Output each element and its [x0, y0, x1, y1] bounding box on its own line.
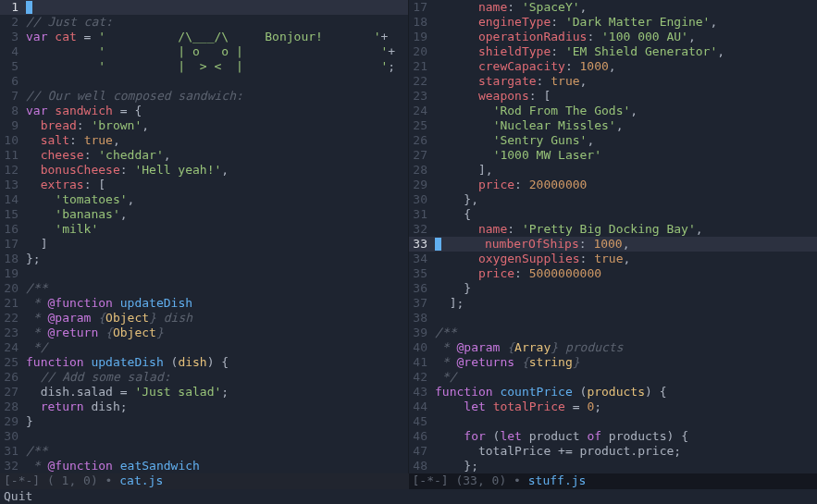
code-line[interactable]: 27 '1000 MW Laser' [409, 148, 817, 163]
code-content[interactable]: price: 5000000000 [435, 266, 601, 280]
code-content[interactable]: } [435, 281, 471, 295]
code-line[interactable]: 6 [0, 74, 408, 89]
code-line[interactable]: 26 'Sentry Guns', [409, 133, 817, 148]
code-content[interactable]: */ [435, 370, 456, 384]
code-content[interactable]: function countPrice (products) { [435, 385, 667, 399]
code-content[interactable]: ] [26, 237, 47, 251]
code-line[interactable]: 20/** [0, 281, 408, 296]
code-line[interactable]: 23 * @return {Object} [0, 326, 408, 340]
code-line[interactable]: 19 [0, 266, 408, 281]
code-line[interactable]: 47 totalPrice += product.price; [409, 444, 817, 459]
code-line[interactable]: 22 stargate: true, [409, 74, 817, 89]
code-content[interactable]: 'Nuclear Missles', [435, 118, 624, 132]
code-content[interactable]: * @param {Object} dish [26, 311, 192, 325]
code-content[interactable]: } [26, 414, 33, 428]
code-content[interactable]: bread: 'brown', [26, 118, 149, 132]
code-content[interactable]: 'Rod From The Gods', [435, 104, 638, 117]
code-line[interactable]: 13 extras: [ [0, 178, 408, 192]
code-line[interactable]: 34 oxygenSupplies: true, [409, 252, 817, 266]
code-line[interactable]: 4 ' | o o | '+ [0, 44, 408, 59]
code-line[interactable]: 12 bonusCheese: 'Hell yeah!', [0, 163, 408, 178]
code-line[interactable]: 46 for (let product of products) { [409, 429, 817, 444]
code-line[interactable]: 32 * @function eatSandwich [0, 459, 408, 473]
code-content[interactable]: /** [26, 281, 47, 295]
code-line[interactable]: 21 * @function updateDish [0, 296, 408, 311]
code-line[interactable]: 31/** [0, 444, 408, 459]
code-line[interactable]: 20 shieldType: 'EM Shield Generator', [409, 44, 817, 59]
code-line[interactable]: 17 name: 'SpaceY', [409, 0, 817, 15]
code-line[interactable]: 10 salt: true, [0, 133, 408, 148]
code-line[interactable]: 16 'milk' [0, 222, 408, 237]
code-line[interactable]: 29 price: 20000000 [409, 178, 817, 192]
code-line[interactable]: 2// Just cat: [0, 15, 408, 30]
code-content[interactable]: crewCapacity: 1000, [435, 59, 616, 73]
code-line[interactable]: 7// Our well composed sandwich: [0, 89, 408, 104]
code-line[interactable]: 24 */ [0, 340, 408, 355]
code-content[interactable]: ]; [435, 296, 464, 310]
code-content[interactable]: dish.salad = 'Just salad'; [26, 385, 229, 399]
code-content[interactable]: name: 'SpaceY', [435, 0, 587, 14]
code-content[interactable]: * @param {Array} products [435, 340, 624, 354]
code-line[interactable]: 45 [409, 414, 817, 429]
code-content[interactable]: totalPrice += product.price; [435, 444, 681, 458]
code-content[interactable]: for (let product of products) { [435, 429, 688, 443]
code-line[interactable]: 8var sandwich = { [0, 104, 408, 118]
code-content[interactable]: * @return {Object} [26, 326, 164, 339]
code-content[interactable]: /** [26, 444, 47, 458]
code-content[interactable]: * @function eatSandwich [26, 459, 200, 473]
code-content[interactable]: name: 'Pretty Big Docking Bay', [435, 222, 703, 236]
code-content[interactable]: ], [435, 163, 493, 177]
code-content[interactable]: ' | > < | '; [26, 59, 395, 73]
right-editor-pane[interactable]: 17 name: 'SpaceY',18 engineType: 'Dark M… [409, 0, 817, 473]
code-line[interactable]: 5 ' | > < | '; [0, 59, 408, 74]
code-content[interactable]: /** [435, 326, 456, 339]
code-line[interactable]: 30 }, [409, 192, 817, 207]
code-content[interactable]: 'Sentry Guns', [435, 133, 594, 147]
code-line[interactable]: 24 'Rod From The Gods', [409, 104, 817, 118]
code-line[interactable]: 44 let totalPrice = 0; [409, 400, 817, 414]
code-line[interactable]: 11 cheese: 'cheddar', [0, 148, 408, 163]
code-content[interactable]: numberOfShips: 1000, [435, 237, 630, 251]
code-content[interactable]: engineType: 'Dark Matter Engine', [435, 15, 717, 29]
code-content[interactable]: * @returns {string} [435, 355, 580, 369]
code-content[interactable]: function updateDish (dish) { [26, 355, 229, 369]
code-line[interactable]: 48 }; [409, 459, 817, 473]
left-editor-pane[interactable]: 12// Just cat:3var cat = ' /\___/\ Bonjo… [0, 0, 409, 473]
code-line[interactable]: 9 bread: 'brown', [0, 118, 408, 133]
code-content[interactable]: var cat = ' /\___/\ Bonjour! '+ [26, 30, 388, 43]
code-line[interactable]: 35 price: 5000000000 [409, 266, 817, 281]
code-content[interactable]: 'milk' [26, 222, 98, 236]
code-line[interactable]: 33 numberOfShips: 1000, [409, 237, 817, 252]
code-line[interactable]: 15 'bananas', [0, 207, 408, 222]
code-line[interactable]: 17 ] [0, 237, 408, 252]
code-content[interactable]: return dish; [26, 400, 128, 413]
code-content[interactable]: { [435, 207, 471, 221]
code-content[interactable]: cheese: 'cheddar', [26, 148, 171, 162]
code-content[interactable]: }; [26, 252, 41, 265]
code-line[interactable]: 25 'Nuclear Missles', [409, 118, 817, 133]
code-line[interactable]: 23 weapons: [ [409, 89, 817, 104]
code-line[interactable]: 43function countPrice (products) { [409, 385, 817, 400]
code-content[interactable]: '1000 MW Laser' [435, 148, 601, 162]
code-line[interactable]: 42 */ [409, 370, 817, 385]
code-content[interactable]: ' | o o | '+ [26, 44, 395, 58]
code-line[interactable]: 21 crewCapacity: 1000, [409, 59, 817, 74]
code-line[interactable]: 38 [409, 311, 817, 326]
code-line[interactable]: 3var cat = ' /\___/\ Bonjour! '+ [0, 30, 408, 44]
code-line[interactable]: 32 name: 'Pretty Big Docking Bay', [409, 222, 817, 237]
code-line[interactable]: 18}; [0, 252, 408, 266]
code-content[interactable]: bonusCheese: 'Hell yeah!', [26, 163, 229, 177]
code-line[interactable]: 27 dish.salad = 'Just salad'; [0, 385, 408, 400]
code-content[interactable]: }, [435, 192, 478, 206]
code-content[interactable]: weapons: [ [435, 89, 551, 103]
code-content[interactable]: }; [435, 459, 478, 473]
code-line[interactable]: 19 operationRadius: '100 000 AU', [409, 30, 817, 44]
code-line[interactable]: 18 engineType: 'Dark Matter Engine', [409, 15, 817, 30]
code-content[interactable] [26, 0, 32, 14]
code-content[interactable]: */ [26, 340, 47, 354]
code-content[interactable]: stargate: true, [435, 74, 587, 88]
code-content[interactable]: oxygenSupplies: true, [435, 252, 630, 265]
code-content[interactable]: // Add some salad: [26, 370, 171, 384]
code-line[interactable]: 28 return dish; [0, 400, 408, 414]
code-content[interactable]: shieldType: 'EM Shield Generator', [435, 44, 724, 58]
